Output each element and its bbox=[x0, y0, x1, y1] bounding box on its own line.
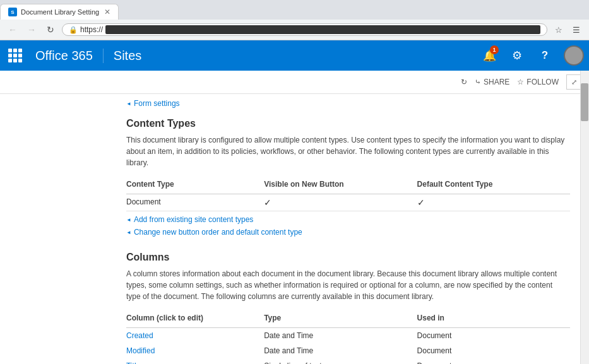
tab-close-button[interactable]: ✕ bbox=[104, 8, 110, 16]
table-row[interactable]: Title Single line of text Document bbox=[126, 358, 570, 364]
table-row[interactable]: Created Date and Time Document bbox=[126, 328, 570, 344]
column-type-cell: Date and Time bbox=[264, 328, 417, 344]
column-type-cell: Date and Time bbox=[264, 343, 417, 358]
col-header-usedin: Used in bbox=[417, 311, 570, 328]
bookmark-button[interactable]: ☆ bbox=[551, 22, 566, 37]
col-header-default: Default Content Type bbox=[417, 177, 570, 194]
star-icon: ☆ bbox=[517, 78, 524, 86]
table-row[interactable]: Modified Date and Time Document bbox=[126, 343, 570, 358]
column-usedin-cell: Document bbox=[417, 328, 570, 344]
share-icon: ⤷ bbox=[475, 78, 481, 86]
column-usedin-cell: Document bbox=[417, 343, 570, 358]
address-bar: ← → ↻ 🔒 https:// ☆ ☰ bbox=[0, 20, 589, 40]
browser-menu-button[interactable]: ☰ bbox=[569, 22, 584, 37]
back-button[interactable]: ← bbox=[5, 22, 20, 37]
content-types-title: Content Types bbox=[126, 118, 570, 129]
col-header-visible: Visible on New Button bbox=[264, 177, 417, 194]
refresh-sub-button[interactable]: ↻ bbox=[461, 78, 467, 86]
default-cell: ✓ bbox=[417, 194, 570, 211]
col-header-type: Type bbox=[264, 311, 417, 328]
user-avatar-button[interactable] bbox=[559, 40, 589, 71]
content-types-desc: This document library is configured to a… bbox=[126, 134, 568, 168]
address-obscured bbox=[105, 25, 540, 34]
visible-checkmark: ✓ bbox=[264, 197, 271, 208]
share-label: SHARE bbox=[484, 78, 509, 86]
default-checkmark: ✓ bbox=[417, 197, 425, 208]
expand-icon: ⤢ bbox=[571, 78, 577, 86]
help-button[interactable]: ? bbox=[531, 40, 559, 71]
content-types-section: Content Types This document library is c… bbox=[126, 118, 570, 237]
address-input-wrap[interactable]: 🔒 https:// bbox=[62, 23, 547, 36]
refresh-icon: ↻ bbox=[461, 78, 467, 86]
waffle-menu-button[interactable] bbox=[0, 40, 30, 71]
refresh-button[interactable]: ↻ bbox=[43, 22, 58, 37]
content-scroll[interactable]: Form settings Content Types This documen… bbox=[0, 94, 589, 364]
tab-favicon: S bbox=[8, 8, 17, 16]
lock-icon: 🔒 bbox=[69, 26, 78, 34]
o365-brand-name[interactable]: Office 365 bbox=[30, 49, 104, 63]
https-label: https:// bbox=[80, 25, 103, 34]
sub-header: ↻ ⤷ SHARE ☆ FOLLOW ⤢ bbox=[0, 71, 589, 94]
follow-label: FOLLOW bbox=[527, 78, 559, 86]
browser-chrome: S Document Library Setting ✕ ← → ↻ 🔒 htt… bbox=[0, 0, 589, 40]
columns-table: Column (click to edit) Type Used in Crea… bbox=[126, 311, 570, 364]
header-actions: 🔔 1 ⚙ ? bbox=[475, 40, 589, 71]
avatar-inner bbox=[565, 47, 583, 64]
visible-cell: ✓ bbox=[264, 194, 417, 211]
browser-actions: ☆ ☰ bbox=[551, 22, 584, 37]
col-header-column: Column (click to edit) bbox=[126, 311, 264, 328]
content-type-cell: Document bbox=[126, 194, 264, 211]
help-icon: ? bbox=[542, 49, 548, 62]
avatar bbox=[564, 45, 584, 66]
col-header-content-type: Content Type bbox=[126, 177, 264, 194]
o365-app-name[interactable]: Sites bbox=[104, 49, 152, 63]
columns-title: Columns bbox=[126, 252, 570, 263]
follow-button[interactable]: ☆ FOLLOW bbox=[517, 78, 559, 86]
scrollbar[interactable] bbox=[580, 71, 589, 364]
notification-badge: 1 bbox=[490, 45, 499, 54]
column-name-cell[interactable]: Title bbox=[126, 358, 264, 364]
columns-desc: A column stores information about each d… bbox=[126, 268, 568, 302]
add-content-type-link[interactable]: Add from existing site content types bbox=[126, 215, 570, 224]
share-button[interactable]: ⤷ SHARE bbox=[475, 78, 509, 86]
settings-button[interactable]: ⚙ bbox=[503, 40, 531, 71]
tab-bar: S Document Library Setting ✕ bbox=[0, 0, 589, 20]
content-area: Form settings Content Types This documen… bbox=[0, 94, 580, 364]
column-name-cell[interactable]: Modified bbox=[126, 343, 264, 358]
columns-section: Columns A column stores information abou… bbox=[126, 252, 570, 364]
page-wrapper: S Document Library Setting ✕ ← → ↻ 🔒 htt… bbox=[0, 0, 589, 364]
content-types-table: Content Type Visible on New Button Defau… bbox=[126, 177, 570, 211]
settings-icon: ⚙ bbox=[512, 49, 522, 62]
expand-button[interactable]: ⤢ bbox=[566, 74, 581, 90]
forward-button[interactable]: → bbox=[24, 22, 39, 37]
notification-button[interactable]: 🔔 1 bbox=[475, 40, 503, 71]
form-settings-link[interactable]: Form settings bbox=[126, 99, 570, 108]
main-content: ↻ ⤷ SHARE ☆ FOLLOW ⤢ Form settings bbox=[0, 71, 589, 364]
scrollbar-thumb[interactable] bbox=[581, 83, 588, 121]
column-usedin-cell: Document bbox=[417, 358, 570, 364]
browser-tab[interactable]: S Document Library Setting ✕ bbox=[0, 4, 119, 20]
o365-header: Office 365 Sites 🔔 1 ⚙ ? bbox=[0, 40, 589, 71]
table-row[interactable]: Document ✓ ✓ bbox=[126, 194, 570, 211]
column-name-cell[interactable]: Created bbox=[126, 328, 264, 344]
sub-header-actions: ↻ ⤷ SHARE ☆ FOLLOW ⤢ bbox=[461, 74, 581, 90]
waffle-icon bbox=[8, 49, 22, 62]
tab-title: Document Library Setting bbox=[21, 8, 99, 16]
column-type-cell: Single line of text bbox=[264, 358, 417, 364]
change-button-order-link[interactable]: Change new button order and default cont… bbox=[126, 228, 570, 237]
